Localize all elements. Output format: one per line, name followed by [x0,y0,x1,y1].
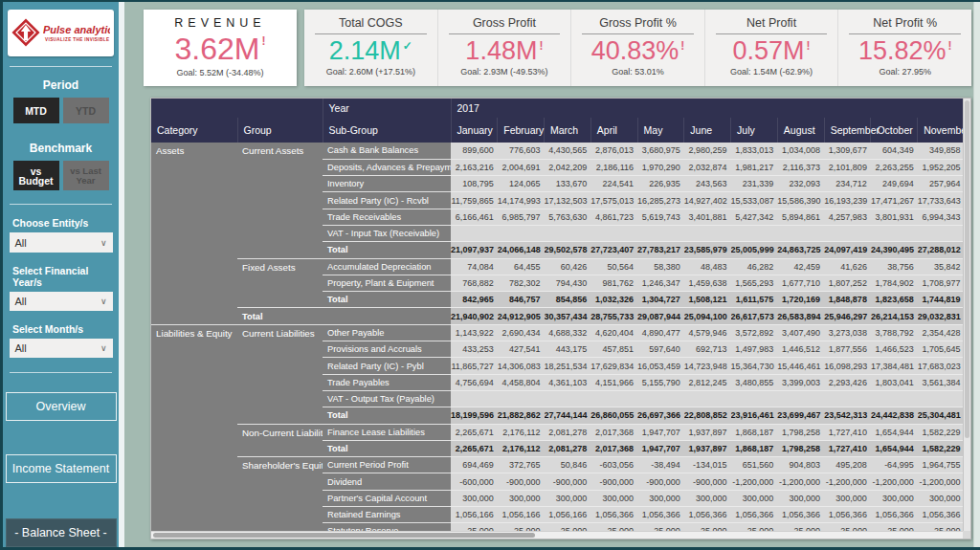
value-cell [545,225,591,241]
table-row: Shareholder's EquityCurrent Period Profi… [151,457,965,473]
horizontal-scrollbar-thumb[interactable] [153,533,535,538]
value-cell [871,390,918,407]
pulse-logo-icon [11,18,40,47]
value-cell: 22,808,852 [684,407,731,424]
value-cell: 300,000 [684,490,731,506]
value-cell: 26,583,894 [777,308,824,324]
month-header: March [545,118,591,143]
kpi-rule [849,33,960,34]
period-toggle-ytd[interactable]: YTD [63,98,109,123]
subgroup-cell: Related Party (IC) - Rcvbl [323,192,451,209]
entity-select[interactable]: All ∨ [10,232,113,252]
page-scrollbar[interactable] [973,2,980,547]
month-select[interactable]: All ∨ [10,339,113,358]
value-cell: 14,927,402 [684,192,731,209]
value-cell: 21,097,937 [451,242,498,258]
value-cell: 1,784,902 [871,275,918,291]
value-cell: 300,000 [451,490,498,506]
value-cell: 5,763,630 [545,209,591,225]
kpi-value: 15.82% [858,35,947,66]
value-cell: 2,690,434 [498,324,545,341]
revenue-title: REVENUE [174,16,265,30]
kpi-goal: Goal: 2.60M (+17.51%) [326,67,415,77]
value-cell: 3,801,931 [871,209,918,225]
value-cell: 257,964 [918,176,965,192]
value-cell: 1,677,710 [777,275,824,291]
period-toggle-mtd[interactable]: MTD [13,98,59,123]
value-cell: 794,430 [545,275,591,291]
subgroup-cell: Current Period Profit [323,457,451,473]
value-cell: 2,812,245 [684,374,731,390]
month-header: October [871,118,918,143]
value-cell: 18,251,534 [545,358,591,374]
value-cell: 604,349 [871,143,918,159]
category-cell: Liabilities & Equity [151,324,237,539]
value-cell: 1,582,229 [918,424,965,440]
vertical-scrollbar[interactable] [963,99,970,531]
value-cell: 24,390,495 [871,242,918,258]
value-cell: 1,565,293 [731,275,778,291]
subgroup-cell: Total [323,407,451,424]
value-cell: 4,430,565 [545,143,591,159]
value-cell: 1,611,575 [731,292,778,308]
financial-year-select[interactable]: All ∨ [10,292,113,311]
value-cell [731,225,778,241]
value-cell: 1,970,290 [637,159,684,175]
group-cell: Current Liabilities [237,324,323,424]
value-cell: 1,708,977 [918,275,965,291]
horizontal-scrollbar[interactable] [151,531,963,539]
value-cell: 1,056,366 [871,507,918,523]
value-cell: 25,304,481 [918,407,965,424]
value-cell: 35,842 [918,258,965,275]
value-cell: 300,000 [824,490,871,506]
value-cell: 3,572,892 [731,324,778,341]
table-row: Non-Current LiabilitiesFinance Lease Lia… [151,424,965,440]
month-header: April [590,118,637,143]
benchmark-toggle-lastyear[interactable]: vs Last Year [63,161,109,190]
value-cell: 16,285,273 [637,192,684,209]
value-cell: 1,056,366 [918,507,965,523]
subgroup-cell: Deposits, Advances & Prepayments [323,159,451,175]
value-cell: 2,265,671 [451,440,498,456]
value-cell: 26,860,055 [590,407,637,424]
kpi-indicator: ! [947,39,951,53]
value-cell: 1,727,410 [824,440,871,456]
value-cell [498,225,545,241]
value-cell: 133,670 [545,176,591,192]
value-cell: 25,094,100 [684,308,731,324]
entity-select-value: All [15,237,27,249]
value-cell: 1,947,707 [637,440,684,456]
kpi-card: Net Profit 0.57M ! Goal: 1.54M (-62.9%) [704,10,838,86]
revenue-indicator: ! [261,34,265,48]
matrix-table: Year 2017 Category Group Sub-Group Janua… [151,99,965,539]
nav-income-statement-button[interactable]: Income Statement [6,454,117,483]
nav-balance-sheet-button[interactable]: - Balance Sheet - [6,518,117,547]
value-cell: 29,087,944 [637,308,684,324]
benchmark-toggle-budget[interactable]: vs Budget [13,161,59,190]
column-header-row: Category Group Sub-Group JanuaryFebruary… [151,118,965,143]
value-cell [777,390,824,407]
value-cell: 1,056,366 [684,507,731,523]
value-cell: 25,946,297 [824,308,871,324]
subgroup-cell: Inventory [323,176,451,192]
value-cell: 3,680,975 [637,143,684,159]
value-cell: 1,034,008 [777,143,824,159]
value-cell: 1,705,645 [918,341,965,358]
category-cell: Assets [151,143,237,324]
value-cell: 4,458,804 [498,374,545,390]
value-cell: 1,056,366 [731,507,778,523]
revenue-kpi-card: REVENUE 3.62M ! Goal: 5.52M (-34.48%) [144,10,297,86]
kpi-goal: Goal: 1.54M (-62.9%) [730,67,813,77]
value-cell: 11,759,865 [451,192,498,209]
nav-overview-button[interactable]: Overview [6,392,117,421]
value-cell: 2,293,426 [824,374,871,390]
value-cell: -1,200,000 [777,473,824,490]
group-header: Group [237,118,323,143]
value-cell: -1,200,000 [824,473,871,490]
divider [10,66,112,67]
value-cell: 4,620,404 [590,324,637,341]
value-cell: 24,912,905 [498,308,545,324]
vertical-scrollbar-thumb[interactable] [965,100,969,438]
financial-year-select-value: All [15,296,27,307]
chevron-down-icon: ∨ [100,238,107,248]
